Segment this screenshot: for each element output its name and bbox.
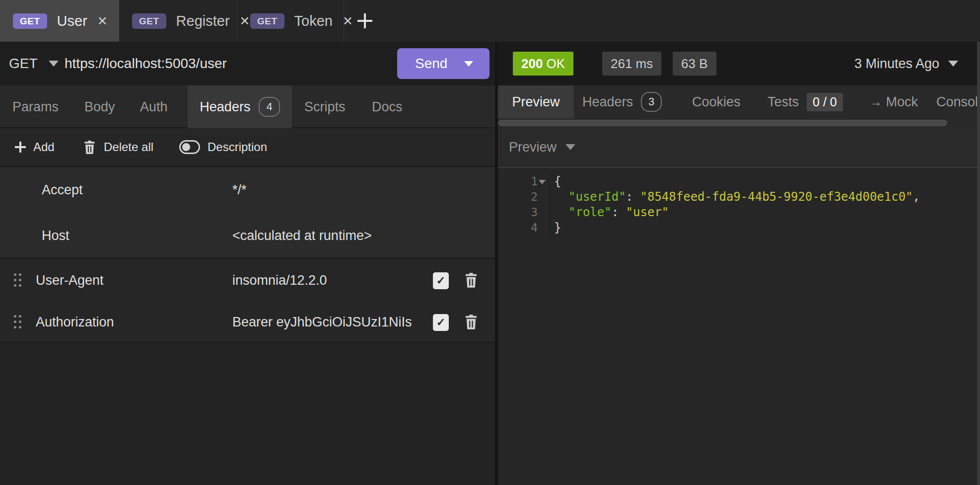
response-headers-count-badge: 3	[641, 92, 662, 111]
delete-header-button[interactable]	[464, 272, 479, 290]
line-number: 3	[498, 205, 546, 220]
tab-mock[interactable]: → Mock	[869, 85, 918, 118]
tab-cookies-label: Cookies	[692, 94, 741, 110]
horizontal-scrollbar[interactable]	[498, 120, 947, 126]
tab-console-label: Console	[936, 94, 980, 110]
code-line: 2 "userId": "8548feed-fda9-44b5-9920-ef3…	[498, 189, 980, 205]
chevron-down-icon	[49, 61, 59, 67]
header-name-input[interactable]: User-Agent	[36, 259, 104, 301]
send-options-caret-icon[interactable]	[464, 61, 473, 67]
header-name: Accept	[42, 167, 83, 213]
response-history-dropdown[interactable]: 3 Minutes Ago	[854, 42, 958, 85]
description-label: Description	[208, 140, 267, 154]
trash-icon	[464, 272, 479, 288]
header-row-accept: Accept */*	[0, 167, 495, 213]
method-badge: GET	[13, 13, 47, 29]
toggle-description-button[interactable]: Description	[179, 128, 267, 166]
trash-icon	[464, 314, 479, 330]
header-value: */*	[232, 167, 247, 213]
tab-preview-label: Preview	[512, 94, 560, 110]
enabled-checkbox[interactable]	[433, 272, 449, 289]
plus-icon	[15, 142, 26, 153]
tab-title: Register	[176, 13, 230, 29]
send-button[interactable]: Send	[397, 48, 490, 79]
tab-console[interactable]: Console	[936, 85, 980, 118]
header-value-input[interactable]: insomnia/12.2.0	[232, 259, 327, 301]
send-label: Send	[415, 56, 447, 72]
drag-handle-icon[interactable]	[14, 273, 16, 276]
url-bar: GET https://localhost:5003/user Send	[0, 42, 495, 85]
insomnia-window: GET User GET Register GET Token GET http…	[0, 0, 980, 485]
request-tab-bar: GET User GET Register GET Token	[0, 0, 980, 42]
trash-icon	[83, 140, 96, 155]
tab-scripts[interactable]: Scripts	[304, 85, 346, 128]
delete-all-button[interactable]: Delete all	[83, 128, 153, 166]
tab-cookies[interactable]: Cookies	[692, 85, 741, 118]
response-body-editor[interactable]: 1 { 2 "userId": "8548feed-fda9-44b5-9920…	[498, 168, 980, 485]
method-badge: GET	[250, 13, 284, 29]
header-row-host: Host <calculated at runtime>	[0, 213, 495, 258]
close-icon[interactable]	[97, 14, 108, 27]
preview-mode-dropdown[interactable]: Preview	[509, 127, 575, 167]
method-dropdown[interactable]: GET	[9, 42, 59, 85]
request-pane-tabs: Params Body Auth Headers 4 Scripts Docs	[0, 85, 495, 128]
editable-headers-section: User-Agent insomnia/12.2.0 Authorization…	[0, 259, 495, 343]
vertical-scrollbar[interactable]	[977, 42, 980, 485]
method-badge: GET	[132, 13, 166, 29]
delete-header-button[interactable]	[464, 314, 479, 332]
fold-caret-icon[interactable]	[539, 180, 546, 184]
code-line: 3 "role": "user"	[498, 205, 980, 220]
header-name: Host	[42, 213, 70, 258]
code-line: 4 }	[498, 220, 980, 236]
tab-params[interactable]: Params	[12, 85, 59, 128]
tab-docs[interactable]: Docs	[372, 85, 403, 128]
preview-mode-label: Preview	[509, 140, 557, 155]
response-age: 3 Minutes Ago	[854, 56, 939, 72]
size-badge: 63 B	[673, 52, 716, 76]
tab-response-headers[interactable]: Headers 3	[582, 85, 662, 118]
status-text: OK	[543, 56, 565, 71]
header-value-input[interactable]: Bearer eyJhbGciOiJSUzI1NiIs	[232, 301, 412, 343]
tab-response-headers-label: Headers	[582, 94, 633, 110]
enabled-checkbox[interactable]	[433, 314, 449, 331]
tab-preview[interactable]: Preview	[498, 85, 574, 118]
header-row-authorization: Authorization Bearer eyJhbGciOiJSUzI1NiI…	[0, 301, 495, 343]
header-value: <calculated at runtime>	[232, 213, 372, 258]
tab-register[interactable]: GET Register	[119, 0, 237, 42]
status-badge: 200 OK	[513, 52, 573, 76]
code-line: 1 {	[498, 174, 980, 189]
new-tab-button[interactable]	[344, 0, 386, 42]
header-row-user-agent: User-Agent insomnia/12.2.0	[0, 259, 495, 301]
readonly-headers-section: Accept */* Host <calculated at runtime>	[0, 167, 495, 258]
line-number: 1	[498, 174, 546, 189]
chevron-down-icon	[948, 61, 958, 67]
preview-panel-header: Preview	[498, 127, 980, 168]
code-text: }	[546, 220, 561, 236]
delete-all-label: Delete all	[104, 140, 153, 154]
drag-handle-icon[interactable]	[14, 315, 16, 318]
line-number: 2	[498, 189, 546, 205]
method-label: GET	[9, 56, 38, 72]
add-header-button[interactable]: Add	[15, 128, 55, 166]
toggle-icon	[179, 140, 200, 154]
status-code: 200	[521, 56, 543, 71]
tab-auth[interactable]: Auth	[140, 85, 168, 128]
code-text: "userId": "8548feed-fda9-44b5-9920-ef3e4…	[546, 189, 920, 205]
header-name-input[interactable]: Authorization	[36, 301, 114, 343]
headers-panel-empty-area	[0, 343, 495, 485]
code-text: {	[546, 174, 561, 189]
add-label: Add	[33, 140, 55, 154]
tab-tests[interactable]: Tests 0 / 0	[768, 85, 843, 118]
tab-body[interactable]: Body	[84, 85, 115, 128]
response-summary-bar: 200 OK 261 ms 63 B 3 Minutes Ago	[498, 42, 980, 85]
tab-title: User	[57, 13, 87, 29]
tab-token[interactable]: GET Token	[237, 0, 344, 42]
tab-headers-label: Headers	[200, 99, 250, 115]
tab-title: Token	[294, 13, 333, 29]
line-number: 4	[498, 220, 546, 236]
url-input[interactable]: https://localhost:5003/user	[65, 42, 227, 85]
tests-count-badge: 0 / 0	[807, 93, 843, 111]
tab-user[interactable]: GET User	[0, 0, 119, 42]
tab-headers[interactable]: Headers 4	[188, 85, 292, 128]
code-text: "role": "user"	[546, 205, 669, 220]
